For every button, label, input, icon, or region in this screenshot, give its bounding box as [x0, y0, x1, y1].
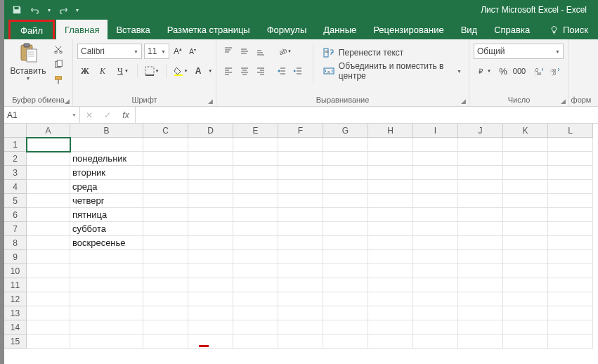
cell-J5[interactable] [458, 194, 503, 208]
font-name-combo[interactable]: Calibri▼ [77, 44, 142, 59]
cell-I6[interactable] [413, 208, 458, 222]
row-header-4[interactable]: 4 [4, 180, 27, 194]
cell-D14[interactable] [188, 320, 233, 334]
align-top-button[interactable] [221, 44, 236, 59]
cell-J4[interactable] [458, 180, 503, 194]
cell-E2[interactable] [233, 152, 278, 166]
cell-B15[interactable] [70, 334, 143, 349]
column-header-G[interactable]: G [323, 124, 368, 138]
font-size-combo[interactable]: 11▼ [144, 44, 169, 59]
cell-G14[interactable] [323, 320, 368, 334]
cell-L15[interactable] [548, 334, 593, 349]
cell-F2[interactable] [278, 152, 323, 166]
cell-F11[interactable] [278, 278, 323, 292]
row-header-5[interactable]: 5 [4, 194, 27, 208]
align-middle-button[interactable] [237, 44, 252, 59]
cell-I10[interactable] [413, 264, 458, 278]
row-header-15[interactable]: 15 [4, 334, 27, 349]
cell-B5[interactable]: четверг [70, 194, 143, 208]
cell-C4[interactable] [143, 180, 188, 194]
tab-home[interactable]: Главная [56, 20, 108, 39]
cell-J9[interactable] [458, 250, 503, 264]
cell-H10[interactable] [368, 264, 413, 278]
cell-J13[interactable] [458, 306, 503, 320]
cell-B7[interactable]: суббота [70, 222, 143, 236]
cell-C13[interactable] [143, 306, 188, 320]
alignment-launcher[interactable]: ◢ [461, 98, 466, 105]
cell-K4[interactable] [503, 180, 548, 194]
cell-G3[interactable] [323, 166, 368, 180]
row-header-12[interactable]: 12 [4, 292, 27, 306]
accounting-format-button[interactable]: ₽▼ [474, 63, 495, 79]
fill-color-button[interactable]: ▼ [170, 63, 191, 79]
column-header-I[interactable]: I [413, 124, 458, 138]
cell-C15[interactable] [143, 334, 188, 349]
cell-C10[interactable] [143, 264, 188, 278]
cell-L6[interactable] [548, 208, 593, 222]
cell-D5[interactable] [188, 194, 233, 208]
cell-F8[interactable] [278, 236, 323, 250]
cell-A13[interactable] [27, 306, 70, 320]
cell-L14[interactable] [548, 320, 593, 334]
tell-me-search[interactable]: Поиск [550, 25, 588, 35]
cell-L1[interactable] [548, 138, 593, 152]
insert-function-button[interactable]: fx [117, 110, 135, 120]
cell-H12[interactable] [368, 292, 413, 306]
cell-C6[interactable] [143, 208, 188, 222]
cell-E14[interactable] [233, 320, 278, 334]
cell-G13[interactable] [323, 306, 368, 320]
cell-L2[interactable] [548, 152, 593, 166]
cell-L3[interactable] [548, 166, 593, 180]
row-header-11[interactable]: 11 [4, 278, 27, 292]
qat-dropdown[interactable]: ▼ [45, 2, 53, 18]
cell-J10[interactable] [458, 264, 503, 278]
cell-C1[interactable] [143, 138, 188, 152]
row-header-3[interactable]: 3 [4, 166, 27, 180]
underline-button[interactable]: Ч▼ [112, 63, 134, 79]
align-bottom-button[interactable] [253, 44, 268, 59]
cell-J3[interactable] [458, 166, 503, 180]
cancel-formula-button[interactable]: ✕ [80, 110, 98, 120]
name-box-dropdown[interactable]: ▼ [72, 112, 77, 117]
copy-button[interactable] [51, 58, 66, 72]
cell-I11[interactable] [413, 278, 458, 292]
cell-K13[interactable] [503, 306, 548, 320]
cell-G10[interactable] [323, 264, 368, 278]
cell-K6[interactable] [503, 208, 548, 222]
cell-C3[interactable] [143, 166, 188, 180]
cell-I4[interactable] [413, 180, 458, 194]
increase-indent-button[interactable] [290, 63, 306, 79]
tab-page-layout[interactable]: Разметка страницы [159, 20, 259, 39]
cell-L8[interactable] [548, 236, 593, 250]
cell-F5[interactable] [278, 194, 323, 208]
cell-L5[interactable] [548, 194, 593, 208]
row-header-14[interactable]: 14 [4, 320, 27, 334]
cell-D4[interactable] [188, 180, 233, 194]
cell-A2[interactable] [27, 152, 70, 166]
row-header-9[interactable]: 9 [4, 250, 27, 264]
cell-F12[interactable] [278, 292, 323, 306]
cell-D15[interactable] [188, 334, 233, 349]
cell-J6[interactable] [458, 208, 503, 222]
column-header-B[interactable]: B [70, 124, 143, 138]
cell-D1[interactable] [188, 138, 233, 152]
format-painter-button[interactable] [51, 73, 66, 87]
cell-H1[interactable] [368, 138, 413, 152]
cell-J1[interactable] [458, 138, 503, 152]
cell-B3[interactable]: вторник [70, 166, 143, 180]
cell-I2[interactable] [413, 152, 458, 166]
column-header-J[interactable]: J [458, 124, 503, 138]
align-right-button[interactable] [253, 63, 268, 79]
cell-A11[interactable] [27, 278, 70, 292]
cell-I8[interactable] [413, 236, 458, 250]
cell-B4[interactable]: среда [70, 180, 143, 194]
tab-insert[interactable]: Вставка [108, 20, 158, 39]
name-box[interactable]: A1 ▼ [4, 107, 80, 123]
cell-A1[interactable] [27, 138, 70, 152]
cell-L10[interactable] [548, 264, 593, 278]
cell-K7[interactable] [503, 222, 548, 236]
column-header-D[interactable]: D [188, 124, 233, 138]
cut-button[interactable] [51, 42, 66, 56]
cell-H5[interactable] [368, 194, 413, 208]
cell-E9[interactable] [233, 250, 278, 264]
